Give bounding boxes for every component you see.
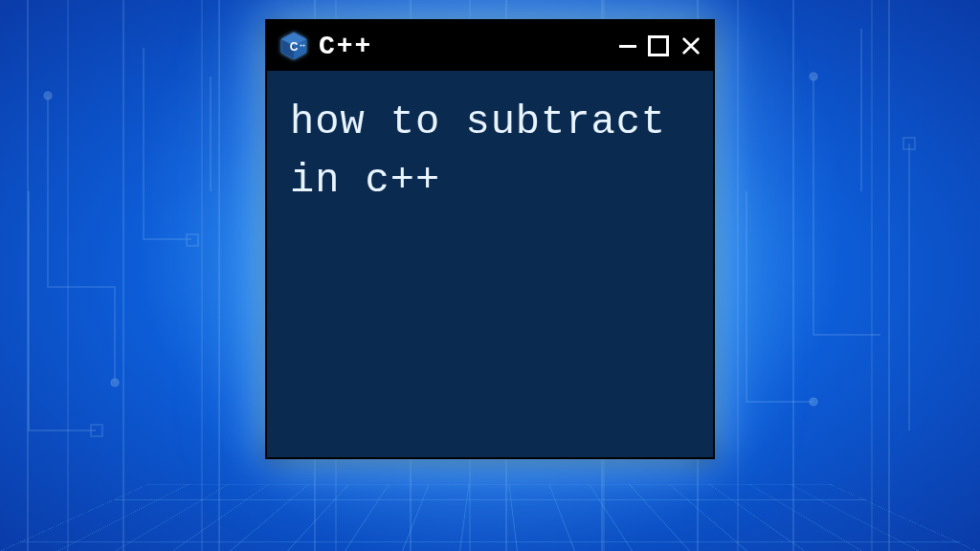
code-window: C ++ C++ how to subtract in c++ <box>265 19 715 459</box>
cpp-icon: C ++ <box>278 31 309 61</box>
maximize-button[interactable] <box>648 35 669 56</box>
window-controls <box>619 35 702 56</box>
body-text: how to subtract in c++ <box>290 94 690 210</box>
svg-text:++: ++ <box>300 42 305 48</box>
window-body: how to subtract in c++ <box>267 71 713 457</box>
window-title: C++ <box>319 32 372 61</box>
minimize-button[interactable] <box>619 45 636 48</box>
svg-text:C: C <box>290 40 299 54</box>
close-button[interactable] <box>680 35 702 56</box>
bg-grid-floor <box>0 484 980 551</box>
window-titlebar: C ++ C++ <box>267 21 713 71</box>
